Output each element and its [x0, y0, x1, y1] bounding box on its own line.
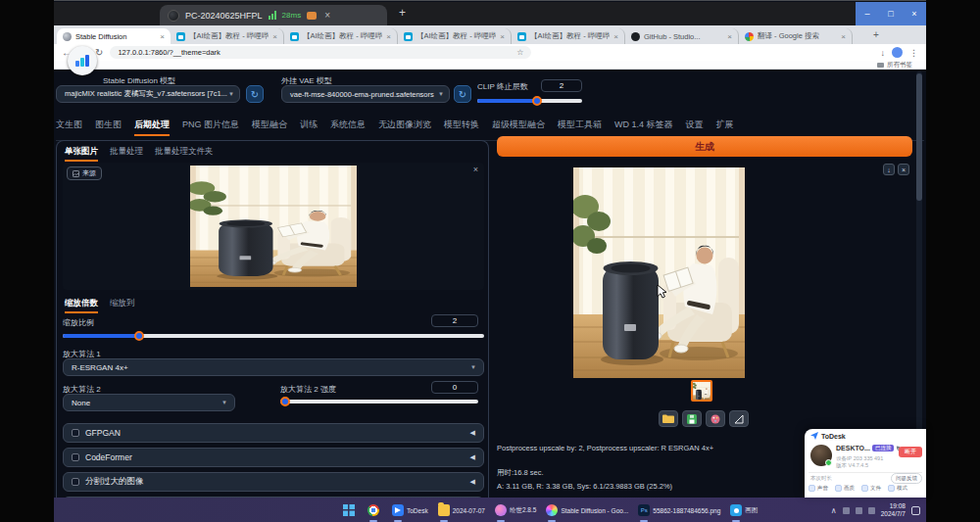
- todesk-control[interactable]: 文件: [861, 485, 881, 492]
- ruler-button[interactable]: [729, 410, 749, 427]
- gallery-thumbnail[interactable]: [691, 380, 712, 402]
- source-image-dropzone[interactable]: 来源 ×: [63, 163, 484, 290]
- remote-session-tab[interactable]: PC-20240625HFPL 28ms ×: [160, 5, 387, 25]
- browser-tab[interactable]: 【AI绘画】教程 - 哔哩哔哩 ×: [171, 28, 284, 44]
- source-tab[interactable]: 批量处理文件夹: [155, 146, 214, 162]
- checkbox[interactable]: [72, 453, 79, 461]
- address-bar[interactable]: 127.0.0.1:7860/?__theme=dark ☆: [110, 46, 531, 59]
- checkbox[interactable]: [72, 429, 79, 437]
- save-button[interactable]: [682, 410, 702, 427]
- todesk-control[interactable]: 模式: [888, 485, 907, 492]
- tab-close-icon[interactable]: ×: [500, 32, 505, 41]
- model-dropdown[interactable]: majicMIX realistic 麦橘写实_v7.safetensors […: [56, 85, 240, 103]
- taskbar-item[interactable]: 绘世2.8.5: [495, 498, 536, 522]
- tray-chevron-icon[interactable]: ∧: [831, 506, 837, 515]
- profile-avatar[interactable]: [892, 47, 903, 58]
- upscaler2-select[interactable]: None ▼: [63, 394, 235, 411]
- tray-icon[interactable]: [843, 507, 850, 514]
- taskbar-item[interactable]: Stable Diffusion - Goo...: [546, 498, 628, 522]
- tab-close-icon[interactable]: ×: [386, 32, 391, 41]
- browser-tab[interactable]: 翻译 - Google 搜索 ×: [739, 28, 853, 44]
- upscaler1-select[interactable]: R-ESRGAN 4x+ ▼: [63, 358, 484, 376]
- close-session-icon[interactable]: ×: [324, 10, 330, 21]
- source-tab[interactable]: 单张图片: [65, 146, 98, 162]
- github-icon: [631, 32, 640, 41]
- tray-icon[interactable]: [868, 507, 875, 514]
- result-image[interactable]: [573, 167, 745, 378]
- taskbar-item[interactable]: 画图: [730, 498, 758, 522]
- browser-tab[interactable]: GitHub - Studio... ×: [625, 28, 739, 44]
- taskbar-item[interactable]: [368, 498, 382, 522]
- clear-image-icon[interactable]: ×: [473, 165, 478, 174]
- main-tab[interactable]: 后期处理: [134, 119, 170, 136]
- tab-close-icon[interactable]: ×: [841, 32, 846, 41]
- checkbox[interactable]: [72, 478, 79, 486]
- disconnect-button[interactable]: 断开: [899, 447, 922, 457]
- tab-close-icon[interactable]: ×: [613, 32, 618, 41]
- clip-skip-value[interactable]: 2: [541, 79, 582, 92]
- tab-close-icon[interactable]: ×: [160, 32, 165, 41]
- main-tab[interactable]: 无边图像浏览: [378, 119, 431, 136]
- taskbar-clock[interactable]: 19:08 2024/7/7: [881, 502, 906, 518]
- new-session-button[interactable]: +: [399, 6, 406, 20]
- main-tab[interactable]: 扩展: [716, 119, 734, 136]
- accordion-row[interactable]: 分割过大的图像 ◀: [63, 472, 484, 492]
- scale-value[interactable]: 2: [431, 314, 478, 327]
- new-tab-button[interactable]: +: [869, 27, 883, 41]
- accordion-row[interactable]: GFPGAN ◀: [63, 423, 484, 443]
- notification-center-icon[interactable]: [911, 506, 920, 515]
- main-tab[interactable]: 训练: [300, 119, 318, 136]
- scrollbar-thumb[interactable]: [916, 73, 922, 201]
- upscaler2-strength-slider[interactable]: [280, 400, 478, 403]
- feedback-button[interactable]: 问题反馈: [891, 473, 922, 484]
- clip-skip-slider[interactable]: [477, 99, 582, 103]
- tab-close-icon[interactable]: ×: [272, 32, 277, 41]
- main-tab[interactable]: 图生图: [95, 119, 122, 136]
- main-tab[interactable]: 模型融合: [252, 119, 287, 136]
- main-tab[interactable]: WD 1.4 标签器: [614, 119, 673, 136]
- vae-dropdown[interactable]: vae-ft-mse-840000-ema-pruned.safetensors…: [281, 85, 450, 103]
- download-image-button[interactable]: ↓: [883, 164, 895, 175]
- minimize-icon[interactable]: –: [864, 9, 869, 19]
- source-tab[interactable]: 批量处理: [110, 146, 143, 162]
- collapse-icon[interactable]: ◀: [470, 453, 475, 461]
- open-folder-button[interactable]: [659, 410, 678, 427]
- tray-icon[interactable]: [856, 507, 862, 514]
- collapse-icon[interactable]: ◀: [470, 478, 475, 486]
- browser-tab[interactable]: 【AI绘画】教程 - 哔哩哔哩 ×: [512, 28, 625, 44]
- close-preview-button[interactable]: ×: [898, 164, 909, 175]
- menu-icon[interactable]: ⋮: [909, 48, 918, 58]
- main-tab[interactable]: 文生图: [56, 119, 82, 136]
- browser-tab[interactable]: 【AI绘画】教程 - 哔哩哔哩 ×: [284, 28, 398, 44]
- bookmark-star-icon[interactable]: ☆: [516, 48, 523, 57]
- scale-mode-tab[interactable]: 缩放倍数: [65, 298, 98, 313]
- refresh-model-button[interactable]: ↻: [246, 85, 264, 103]
- taskbar-item[interactable]: 55862-1887484656.png: [638, 498, 720, 522]
- todesk-control[interactable]: 声音: [808, 485, 828, 492]
- todesk-control[interactable]: 画质: [835, 485, 855, 492]
- upscaler2-strength-value[interactable]: 0: [431, 381, 478, 394]
- taskbar-item[interactable]: 2024-07-07: [438, 498, 485, 522]
- scale-slider[interactable]: [63, 334, 484, 338]
- scale-mode-tab[interactable]: 缩放到: [110, 298, 135, 313]
- maximize-icon[interactable]: □: [888, 9, 893, 19]
- tab-close-icon[interactable]: ×: [727, 32, 732, 41]
- all-bookmarks-label[interactable]: 所有书签: [887, 61, 912, 70]
- download-icon[interactable]: ↓: [881, 48, 886, 58]
- main-tab[interactable]: 超级模型融合: [492, 119, 545, 136]
- close-icon[interactable]: ×: [911, 9, 916, 19]
- taskbar-item[interactable]: [343, 498, 358, 522]
- main-tab[interactable]: 设置: [686, 119, 704, 136]
- main-tab[interactable]: PNG 图片信息: [182, 119, 239, 136]
- collapse-icon[interactable]: ◀: [470, 429, 475, 437]
- accordion-row[interactable]: CodeFormer ◀: [63, 448, 484, 467]
- palette-button[interactable]: [706, 410, 725, 427]
- taskbar-item[interactable]: ToDesk: [392, 498, 428, 522]
- main-tab[interactable]: 模型工具箱: [558, 119, 602, 136]
- browser-tab[interactable]: 【AI绘画】教程 - 哔哩哔哩 ×: [398, 28, 512, 44]
- generate-button[interactable]: 生成: [497, 136, 912, 157]
- browser-tab[interactable]: Stable Diffusion ×: [57, 28, 171, 44]
- refresh-vae-button[interactable]: ↻: [454, 85, 471, 103]
- main-tab[interactable]: 模型转换: [444, 119, 479, 136]
- main-tab[interactable]: 系统信息: [330, 119, 366, 136]
